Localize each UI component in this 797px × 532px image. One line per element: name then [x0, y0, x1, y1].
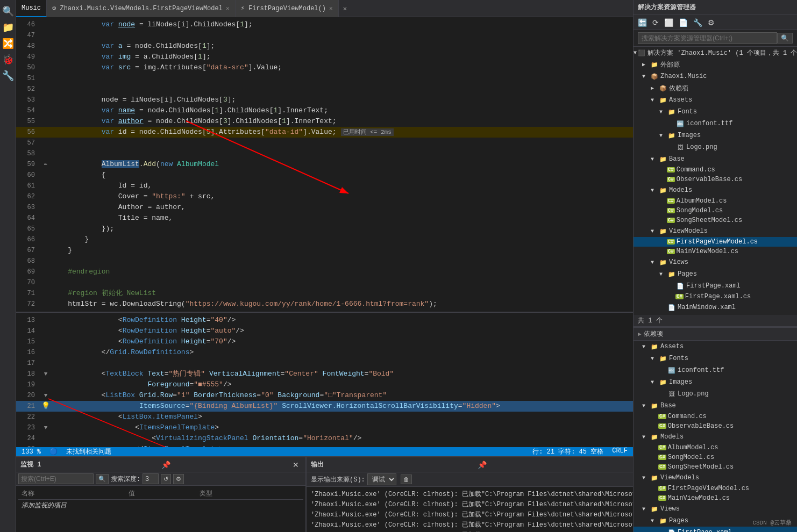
sol-solution-root[interactable]: ▼ ⬛ 解决方案 'Zhaoxi.Music' (1 个项目，共 1 个)	[634, 47, 797, 59]
sol-views-2[interactable]: ▼ 📁 Views	[634, 503, 797, 515]
sol-firstpage-xaml[interactable]: ▶ 📄 FirstPage.xaml	[634, 280, 797, 292]
sol-views[interactable]: ▼ 📁 Views	[634, 256, 797, 268]
songmodel-cs-2-label: SongModel.cs	[668, 454, 714, 461]
sol-btn-3[interactable]: ⬜	[662, 17, 675, 28]
sol-assets-2[interactable]: ▼ 📁 Assets	[634, 341, 797, 353]
mainvm-cs-2-label: MainViewModel.cs	[668, 494, 730, 502]
sol-section-header: ▶ 依赖项	[634, 328, 797, 341]
sol-firstpage-vm-2[interactable]: ▶ C# FirstPageViewModel.cs	[634, 484, 797, 493]
sol-base[interactable]: ▼ 📁 Base	[634, 153, 797, 165]
tab-method-close[interactable]: ✕	[329, 5, 333, 12]
code-line-70: 70	[16, 277, 633, 288]
sol-models-2[interactable]: ▼ 📁 Models	[634, 431, 797, 443]
solution-label: 解决方案 'Zhaoxi.Music' (1 个项目，共 1 个)	[647, 48, 797, 57]
code-line-58: 58	[16, 148, 633, 159]
sol-btn-2[interactable]: ⟳	[650, 17, 661, 28]
editor-bottom[interactable]: 13 <RowDefinition Height="40"/> 14 <RowD…	[16, 312, 633, 447]
monitor-pin-button[interactable]: 📌	[159, 461, 173, 469]
sol-logo-2[interactable]: ▶ 🖼 Logo.png	[634, 388, 797, 400]
sol-firstpage-xaml-2[interactable]: ▶ 📄 FirstPage.xaml	[634, 527, 797, 532]
sol-mainvm-cs-2[interactable]: ▶ C# MainViewModel.cs	[634, 493, 797, 503]
solution-search-go[interactable]: 🔍	[777, 33, 793, 44]
tab-method[interactable]: ⚡ FirstPageViewModel() ✕	[236, 0, 339, 17]
watch-col-name: 名称	[18, 488, 125, 500]
albummodel-cs-2-label: AlbumModel.cs	[668, 444, 718, 451]
sol-songmodel-cs-2[interactable]: ▶ C# SongModel.cs	[634, 452, 797, 462]
logo-2-label: Logo.png	[678, 390, 709, 398]
sidebar-icon-2[interactable]: 📁	[2, 21, 14, 33]
sol-pages[interactable]: ▼ 📁 Pages	[634, 268, 797, 280]
sol-fonts[interactable]: ▼ 📁 Fonts	[634, 106, 797, 118]
folder-icon-views: 📁	[658, 257, 668, 267]
code-line-63: 63 Author = author,	[16, 202, 633, 213]
sol-btn-1[interactable]: 🔙	[636, 17, 649, 28]
file-icon-ttf: 🔤	[675, 119, 685, 128]
output-clear-button[interactable]: 🗑	[401, 475, 412, 484]
sol-btn-5[interactable]: 🔧	[691, 17, 705, 28]
sol-base-2[interactable]: ▼ 📁 Base	[634, 400, 797, 412]
right-panel-bottom-toolbar: 共 1 个	[634, 315, 797, 327]
sol-albummodel-cs-2[interactable]: ▶ C# AlbumModel.cs	[634, 443, 797, 452]
sol-project-root[interactable]: ▼ 📦 Zhaoxi.Music	[634, 70, 797, 82]
sol-images-2[interactable]: ▼ 📁 Images	[634, 376, 797, 388]
cs-badge-firstpage-vm: C#	[667, 239, 675, 245]
code-line-47: 47	[16, 30, 633, 41]
sol-dependencies[interactable]: ▶ 📦 依赖项	[634, 82, 797, 94]
sol-observable-cs-2[interactable]: ▶ C# ObservableBase.cs	[634, 421, 797, 431]
sol-firstpage-vm[interactable]: ▶ C# FirstPageViewModel.cs	[634, 237, 797, 247]
sol-fonts-2[interactable]: ▼ 📁 Fonts	[634, 353, 797, 364]
sol-songsheet-cs[interactable]: ▶ C# SongSheetModel.cs	[634, 215, 797, 225]
sol-logo[interactable]: ▶ 🖼 Logo.png	[634, 141, 797, 153]
monitor-settings-button[interactable]: ⚙	[173, 474, 184, 484]
output-line-1: 'Zhaoxi.Music.exe' (CoreCLR: clrhost): 已…	[309, 489, 654, 499]
sidebar-icon-3[interactable]: 🔀	[2, 38, 14, 49]
sidebar-icon-5[interactable]: 🔧	[2, 70, 14, 82]
sol-iconfont-2[interactable]: ▶ 🔤 iconfont.ttf	[634, 364, 797, 376]
sol-external-source[interactable]: ▶ 📁 外部源	[634, 59, 797, 70]
sol-command-cs-2[interactable]: ▶ C# Command.cs	[634, 412, 797, 421]
xml-line-19: 19 Foreground="■#555"/>	[16, 379, 633, 390]
sol-models[interactable]: ▼ 📁 Models	[634, 184, 797, 196]
monitor-depth-input[interactable]	[143, 473, 159, 484]
sol-albummodel-cs[interactable]: ▶ C# AlbumModel.cs	[634, 196, 797, 206]
sol-viewmodels-2[interactable]: ▼ 📁 ViewModels	[634, 472, 797, 484]
tab-viewmodel[interactable]: ⚙ Zhaoxi.Music.ViewModels.FirstPageViewM…	[47, 0, 236, 17]
output-pin-button[interactable]: 📌	[475, 461, 489, 469]
songmodel-cs-label: SongModel.cs	[677, 207, 723, 214]
solution-search-input[interactable]	[638, 32, 777, 44]
editor-top[interactable]: 46 var node = liNodes[i].ChildNodes[1]; …	[16, 17, 633, 312]
output-source-select[interactable]: 调试	[367, 473, 396, 485]
sol-command-cs[interactable]: ▶ C# Command.cs	[634, 165, 797, 175]
sol-iconfont[interactable]: ▶ 🔤 iconfont.ttf	[634, 118, 797, 130]
sol-mainwindow-xaml[interactable]: ▶ 📄 MainWindow.xaml	[634, 301, 797, 313]
folder-icon-models-2: 📁	[650, 432, 659, 442]
monitor-depth-label: 搜索深度:	[111, 475, 140, 484]
tab-viewmodel-close[interactable]: ✕	[226, 5, 230, 12]
sol-observable-cs[interactable]: ▶ C# ObservableBase.cs	[634, 175, 797, 184]
sol-songmodel-cs[interactable]: ▶ C# SongModel.cs	[634, 206, 797, 215]
sol-mainvm-cs[interactable]: ▶ C# MainViewModel.cs	[634, 247, 797, 256]
sol-songsheet-cs-2[interactable]: ▶ C# SongSheetModel.cs	[634, 462, 797, 472]
sidebar-icon-4[interactable]: 🐞	[2, 54, 14, 66]
tab-music[interactable]: Music	[16, 0, 47, 17]
code-line-64: 64 Title = name,	[16, 213, 633, 224]
sol-viewmodels[interactable]: ▼ 📁 ViewModels	[634, 225, 797, 237]
monitor-search-input[interactable]	[18, 473, 94, 484]
monitor-close-button[interactable]: ✕	[290, 461, 301, 469]
status-bar: 133 % 🔵 未找到相关问题 行: 21 字符: 45 空格 CRLF	[16, 447, 633, 456]
sol-btn-6[interactable]: ⚙	[706, 17, 717, 28]
monitor-search-button[interactable]: 🔍	[96, 474, 109, 484]
cs-badge-mainvm-2: C#	[658, 495, 666, 501]
output-title-bar: 输出 📌 ✕	[307, 457, 656, 472]
sidebar-icon-1[interactable]: 🔍	[2, 5, 14, 17]
monitor-refresh-button[interactable]: ↺	[161, 474, 171, 484]
tab-viewmodel-label: ⚙ Zhaoxi.Music.ViewModels.FirstPageViewM…	[52, 4, 223, 12]
sol-btn-4[interactable]: 📄	[677, 17, 690, 28]
cs-badge-observable: C#	[667, 177, 675, 182]
sol-assets[interactable]: ▼ 📁 Assets	[634, 94, 797, 106]
code-line-72: 72 htmlStr = wc.DownloadString("https://…	[16, 299, 633, 310]
sol-firstpage-xaml-cs[interactable]: ▶ C# FirstPage.xaml.cs	[634, 292, 797, 301]
code-line-51: 51	[16, 73, 633, 84]
sol-images[interactable]: ▼ 📁 Images	[634, 130, 797, 141]
new-tab-button[interactable]: ✕	[339, 4, 352, 13]
